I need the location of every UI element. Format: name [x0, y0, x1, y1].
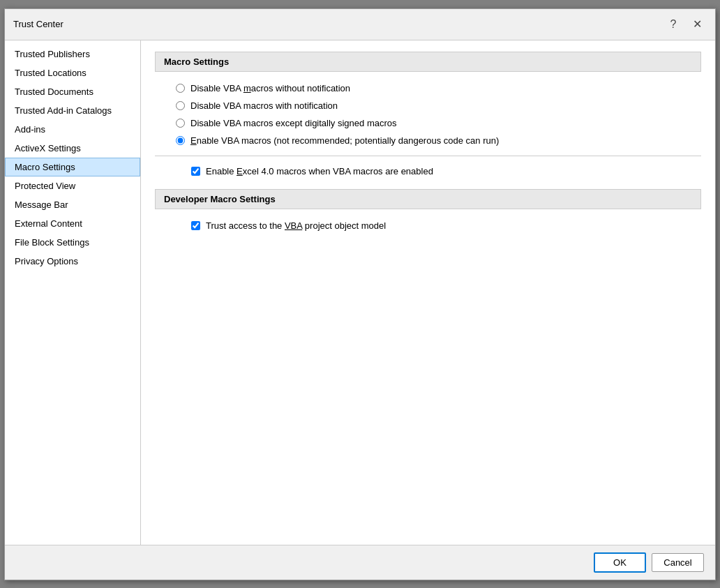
- title-bar-left: Trust Center: [13, 19, 63, 29]
- radio-disable-notify[interactable]: Disable VBA macros with notification: [176, 100, 701, 111]
- trust-center-dialog: Trust Center ? ✕ Trusted Publishers Trus…: [4, 8, 716, 580]
- developer-macro-settings-header: Developer Macro Settings: [155, 189, 701, 209]
- trust-access-label: Trust access to the VBA project object m…: [206, 220, 386, 231]
- dialog-title: Trust Center: [13, 19, 63, 29]
- sidebar-item-trusted-documents[interactable]: Trusted Documents: [5, 82, 140, 101]
- help-button[interactable]: ?: [663, 15, 683, 34]
- trust-access-row: Trust access to the VBA project object m…: [173, 220, 701, 231]
- radio-disable-signed[interactable]: Disable VBA macros except digitally sign…: [176, 118, 701, 128]
- sidebar: Trusted Publishers Trusted Locations Tru…: [5, 40, 141, 545]
- radio-input-disable-signed[interactable]: [176, 119, 185, 128]
- trust-access-checkbox-label[interactable]: Trust access to the VBA project object m…: [191, 220, 386, 231]
- title-bar: Trust Center ? ✕: [5, 9, 715, 40]
- ok-button[interactable]: OK: [594, 552, 646, 573]
- sidebar-item-message-bar[interactable]: Message Bar: [5, 195, 140, 214]
- section-divider: [155, 156, 701, 156]
- radio-disable-no-notify[interactable]: Disable VBA macros without notification: [176, 83, 701, 93]
- macro-options-section: Disable VBA macros without notification …: [155, 83, 701, 146]
- radio-label-enable-macros: Enable VBA macros (not recommended; pote…: [190, 135, 499, 146]
- dialog-body: Trusted Publishers Trusted Locations Tru…: [5, 40, 715, 545]
- excel-macro-checkbox-label[interactable]: Enable Excel 4.0 macros when VBA macros …: [191, 166, 433, 176]
- macro-settings-header: Macro Settings: [155, 52, 701, 72]
- excel-macro-label: Enable Excel 4.0 macros when VBA macros …: [206, 166, 433, 176]
- sidebar-item-trusted-publishers[interactable]: Trusted Publishers: [5, 45, 140, 63]
- radio-input-disable-no-notify[interactable]: [176, 84, 185, 93]
- sidebar-item-protected-view[interactable]: Protected View: [5, 176, 140, 195]
- radio-label-disable-no-notify: Disable VBA macros without notification: [190, 83, 350, 93]
- radio-label-disable-notify: Disable VBA macros with notification: [190, 100, 338, 111]
- dialog-footer: OK Cancel: [5, 545, 715, 580]
- cancel-button[interactable]: Cancel: [652, 553, 704, 572]
- sidebar-item-external-content[interactable]: External Content: [5, 214, 140, 233]
- developer-section: Developer Macro Settings Trust access to…: [155, 189, 701, 231]
- sidebar-item-trusted-addin-catalogs[interactable]: Trusted Add-in Catalogs: [5, 101, 140, 120]
- excel-macro-row: Enable Excel 4.0 macros when VBA macros …: [173, 166, 701, 176]
- radio-label-disable-signed: Disable VBA macros except digitally sign…: [190, 118, 397, 128]
- content-area: Macro Settings Disable VBA macros withou…: [141, 40, 715, 545]
- trust-access-checkbox[interactable]: [191, 221, 200, 230]
- sidebar-item-trusted-locations[interactable]: Trusted Locations: [5, 63, 140, 82]
- radio-enable-macros[interactable]: Enable VBA macros (not recommended; pote…: [176, 135, 701, 146]
- excel-macro-checkbox[interactable]: [191, 167, 200, 176]
- close-button[interactable]: ✕: [687, 15, 707, 34]
- title-bar-controls: ? ✕: [663, 15, 707, 34]
- macro-radio-group: Disable VBA macros without notification …: [176, 83, 701, 146]
- radio-input-enable-macros[interactable]: [176, 136, 185, 145]
- sidebar-item-add-ins[interactable]: Add-ins: [5, 120, 140, 139]
- sidebar-item-file-block-settings[interactable]: File Block Settings: [5, 233, 140, 252]
- sidebar-item-macro-settings[interactable]: Macro Settings: [5, 158, 140, 176]
- sidebar-item-activex-settings[interactable]: ActiveX Settings: [5, 139, 140, 158]
- radio-input-disable-notify[interactable]: [176, 101, 185, 110]
- sidebar-item-privacy-options[interactable]: Privacy Options: [5, 252, 140, 271]
